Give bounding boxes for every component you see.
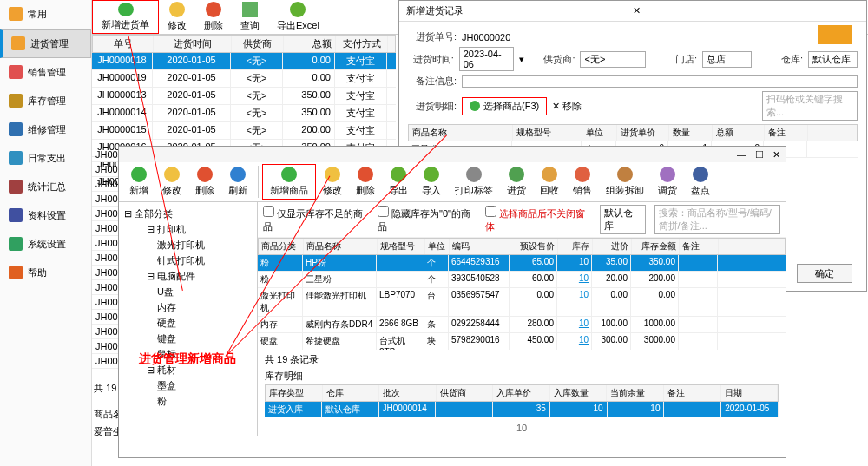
table-row[interactable]: JH00000182020-01-05<无>0.00支付宝 (92, 53, 396, 70)
tree-pcacc[interactable]: ⊟ 电脑配件 (122, 269, 253, 284)
sidebar-item-inventory[interactable]: 库存管理 (0, 87, 91, 115)
maximize-icon[interactable]: ☐ (755, 149, 764, 161)
minimize-icon[interactable]: — (737, 149, 746, 160)
table-row[interactable]: JH00000152020-01-05<无>200.00支付宝 (92, 122, 396, 140)
warehouse-select[interactable]: 默认仓库 (808, 51, 858, 68)
delete-button[interactable]: 删除 (195, 0, 232, 34)
sidebar-item-daily[interactable]: 日常支出 (0, 144, 91, 173)
box-in-icon (509, 167, 524, 182)
import-icon (424, 167, 439, 182)
goods-search-input[interactable]: 搜索：商品名称/型号/编码/简拼/备注... (654, 205, 780, 234)
sidebar-item-sales[interactable]: 销售管理 (0, 58, 91, 87)
tree-toner[interactable]: 粉 (122, 394, 253, 409)
sidebar-item-common[interactable]: 常用 (0, 0, 91, 29)
add-purchase-button[interactable]: 新增进货单 (92, 0, 159, 34)
recycle-icon (542, 167, 557, 182)
supplier-input[interactable]: <无> (580, 51, 646, 68)
doc-icon (9, 208, 23, 222)
sidebar-item-stats[interactable]: 统计汇总 (0, 173, 91, 201)
refresh-icon (230, 167, 246, 182)
remove-button[interactable]: ✕ 移除 (552, 100, 582, 113)
sidebar-item-data[interactable]: 资料设置 (0, 201, 91, 230)
pencil-icon (169, 2, 185, 17)
detail-table-header: 商品名称 规格型号 单位 进货单价 数量 总额 备注 (408, 124, 858, 141)
tree-hdd[interactable]: 硬盘 (122, 316, 253, 331)
calendar-icon[interactable]: ▾ (519, 54, 524, 65)
truck-icon (818, 25, 852, 44)
print-label-button[interactable]: 打印标签 (448, 164, 500, 200)
search-button[interactable]: 查询 (232, 0, 268, 34)
inventory-detail-table: 库存明细 库存类型 仓库 批次 供货商 入库单价 入库数量 当前余量 备注 日期… (265, 370, 779, 417)
sell-button[interactable]: 销售 (566, 164, 599, 200)
table-row[interactable]: JH00000132020-01-05<无>350.00支付宝 (92, 88, 396, 105)
goods-row[interactable]: 内存威刚内存条DDR42666 8GB条0292258444280.001010… (258, 317, 786, 333)
annotation-text: 进货管理新增商品 (139, 351, 236, 367)
goods-row[interactable]: 粉HP粉个664452931665.001035.00350.00 (258, 255, 786, 272)
purchase-id: JH0000020 (462, 32, 523, 43)
assembly-button[interactable]: 组装拆卸 (599, 164, 651, 200)
edit-button[interactable]: 修改 (159, 0, 195, 34)
purchase-button[interactable]: 进货 (500, 164, 533, 200)
sidebar-item-help[interactable]: 帮助 (0, 259, 91, 287)
plus-icon (281, 167, 297, 182)
add-goods-button[interactable]: 新增商品 (262, 164, 316, 200)
export-button[interactable]: 导出Excel (268, 0, 328, 34)
goods-window: — ☐ ✕ 新增 修改 删除 刷新 新增商品 修改 删除 导出 导入 打印标签 … (118, 146, 786, 458)
arrow-right-icon (290, 2, 306, 17)
tree-needle[interactable]: 针式打印机 (122, 253, 253, 268)
check-button[interactable]: 盘点 (684, 164, 717, 200)
add-button[interactable]: 新增 (122, 164, 155, 200)
goods-delete-button[interactable]: 删除 (349, 164, 382, 200)
tree-ink[interactable]: 墨盒 (122, 378, 253, 393)
tree-udisk[interactable]: U盘 (122, 285, 253, 299)
close-icon[interactable]: ✕ (773, 149, 780, 161)
tree-kb[interactable]: 键盘 (122, 331, 253, 346)
recycle-button[interactable]: 回收 (533, 164, 566, 200)
sidebar-item-system[interactable]: 系统设置 (0, 230, 91, 259)
dialog-title: 新增进货记录 (406, 4, 633, 17)
tree-root[interactable]: ⊟ 全部分类 (122, 207, 253, 221)
help-icon (9, 266, 23, 279)
ok-button[interactable]: 确定 (797, 264, 852, 283)
inventory-row[interactable]: 进货入库 默认仓库 JH0000014 35 10 10 2020-01-05 (265, 402, 779, 417)
x-icon (358, 167, 373, 182)
note-input[interactable] (462, 75, 858, 88)
sidebar: 常用 进货管理 销售管理 库存管理 维修管理 日常支出 统计汇总 资料设置 系统… (0, 0, 92, 466)
tree-mem[interactable]: 内存 (122, 300, 253, 315)
warehouse-filter[interactable]: 默认仓库 (600, 205, 646, 234)
goods-table-header: 商品分类 商品名称 规格型号 单位 编码 预设售价 库存 进价 库存金额 备注 (258, 238, 786, 255)
goods-row[interactable]: 粉三星粉个393054052860.001020.00200.00 (258, 272, 786, 288)
chart-icon (9, 180, 23, 194)
cb-noclose[interactable]: 选择商品后不关闭窗体 (485, 206, 591, 233)
scan-search-input[interactable]: 扫码枪或关键字搜索... (762, 91, 858, 121)
table-row[interactable]: JH00000142020-01-05<无>350.00支付宝 (92, 105, 396, 122)
cb-hidezero[interactable]: 隐藏库存为"0"的商品 (378, 206, 477, 233)
store-select[interactable]: 总店 (702, 51, 752, 68)
goods-row[interactable]: 激光打印机佳能激光打印机LBP7070台03569575470.00100.00… (258, 288, 786, 317)
edit-button[interactable]: 修改 (155, 164, 188, 200)
refresh-button[interactable]: 刷新 (221, 164, 254, 200)
import-button[interactable]: 导入 (415, 164, 448, 200)
select-goods-button[interactable]: 选择商品(F3) (462, 97, 547, 115)
sidebar-item-purchase[interactable]: 进货管理 (0, 29, 91, 58)
footer-count: 共 19 (94, 382, 116, 395)
bottom-number: 10 (265, 423, 779, 433)
box-icon (11, 36, 25, 50)
window-titlebar: — ☐ ✕ (119, 147, 786, 162)
goods-row[interactable]: 硬盘希捷硬盘台式机2TB块5798290016450.0010300.00300… (258, 333, 786, 350)
tree-laser[interactable]: 激光打印机 (122, 238, 253, 253)
date-input[interactable]: 2023-04-06 (459, 47, 514, 71)
money-icon (9, 151, 23, 165)
star-icon (9, 7, 23, 21)
tree-printers[interactable]: ⊟ 打印机 (122, 222, 253, 237)
goods-edit-button[interactable]: 修改 (316, 164, 349, 200)
plus-icon (470, 101, 480, 111)
transfer-button[interactable]: 调货 (651, 164, 684, 200)
record-count: 共 19 条记录 (265, 353, 779, 366)
plus-icon (118, 3, 134, 16)
filter-bar: 仅显示库存不足的商品 隐藏库存为"0"的商品 选择商品后不关闭窗体 默认仓库 搜… (258, 202, 786, 238)
delete-button[interactable]: 删除 (188, 164, 221, 200)
close-icon[interactable]: ✕ (633, 5, 859, 16)
sidebar-item-repair[interactable]: 维修管理 (0, 115, 91, 144)
pencil-icon (164, 167, 180, 182)
